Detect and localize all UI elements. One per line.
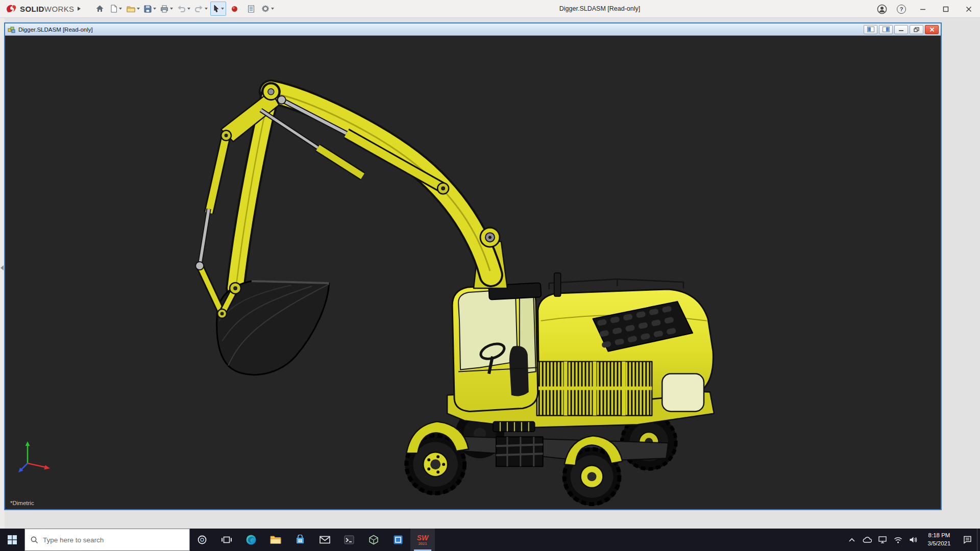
solidworks-taskbar-button[interactable]: SW 2021 [410, 529, 435, 551]
dropdown-caret[interactable] [187, 8, 190, 10]
show-desktop-button[interactable] [977, 529, 980, 551]
wifi-icon[interactable] [890, 529, 905, 551]
excavator [195, 84, 714, 506]
doc-restore-button[interactable] [910, 25, 923, 34]
render-tools-button[interactable] [227, 2, 242, 16]
quick-access-toolbar [92, 2, 276, 16]
dropdown-caret[interactable] [170, 8, 173, 10]
front-grille-strip [493, 421, 535, 432]
solidworks-logo: SOLIDWORKS [0, 4, 85, 14]
file-explorer-icon[interactable] [263, 529, 288, 551]
document-window: Digger.SLDASM [Read-only] [4, 22, 942, 510]
redo-icon [194, 5, 203, 12]
seat [509, 346, 529, 396]
new-document-icon [110, 5, 117, 13]
help-button[interactable]: ? [892, 0, 911, 18]
dropdown-caret[interactable] [119, 8, 122, 10]
dropdown-caret[interactable] [205, 8, 208, 10]
doc-close-button[interactable] [925, 25, 939, 34]
excavator-model [5, 36, 941, 509]
select-button[interactable] [210, 2, 226, 16]
cortana-icon[interactable] [190, 529, 214, 551]
document-window-controls [862, 25, 939, 34]
taskbar-search[interactable] [24, 529, 190, 551]
store-icon[interactable] [288, 529, 312, 551]
pane-left-icon [867, 27, 874, 32]
maximize-button[interactable] [934, 0, 957, 18]
save-button[interactable] [142, 2, 158, 16]
app-window-controls: ? [872, 0, 980, 18]
onedrive-icon[interactable] [860, 529, 875, 551]
orientation-triad-icon [17, 439, 54, 475]
viewport-3d[interactable]: *Dimetric [5, 36, 941, 509]
undo-button[interactable] [176, 2, 192, 16]
logo-text-works: WORKS [44, 5, 75, 13]
doc-pane-left-button[interactable] [864, 25, 877, 34]
search-input[interactable] [43, 536, 184, 544]
app-titlebar: SOLIDWORKS [0, 0, 980, 18]
doc-restore-icon [914, 27, 919, 32]
help-icon: ? [897, 5, 906, 14]
doc-minimize-button[interactable] [894, 25, 908, 34]
doc-minimize-icon [898, 27, 904, 32]
solidworks-icon: SW 2021 [417, 534, 429, 546]
windows-logo-icon [8, 535, 17, 544]
print-icon [160, 5, 168, 13]
close-button[interactable] [957, 0, 980, 18]
account-icon [877, 4, 887, 14]
dropdown-caret[interactable] [271, 8, 274, 10]
dropdown-caret[interactable] [221, 8, 224, 10]
maximize-icon [943, 6, 949, 12]
orientation-label: *Dimetric [10, 500, 34, 506]
rear-window-panel [662, 374, 704, 412]
new-document-button[interactable] [109, 2, 124, 16]
media-app-icon[interactable] [386, 529, 410, 551]
display-icon[interactable] [875, 529, 890, 551]
doc-pane-right-button[interactable] [879, 25, 893, 34]
cab [452, 284, 538, 411]
select-cursor-icon [212, 5, 219, 13]
dropdown-caret[interactable] [137, 8, 140, 10]
open-button[interactable] [125, 2, 141, 16]
red-sphere-icon [231, 6, 238, 12]
notification-center-icon[interactable] [958, 529, 977, 551]
ds-logo-icon [5, 4, 17, 14]
close-icon [966, 6, 972, 12]
print-button[interactable] [159, 2, 175, 16]
home-icon [95, 5, 104, 13]
document-titlebar[interactable]: Digger.SLDASM [Read-only] [5, 23, 941, 36]
task-view-icon[interactable] [214, 529, 239, 551]
app-window-title: Digger.SLDASM [Read-only] [531, 0, 669, 18]
viewer-3d-icon[interactable] [361, 529, 386, 551]
start-button[interactable] [0, 529, 24, 551]
options-button[interactable] [260, 2, 276, 16]
search-icon [31, 536, 38, 544]
tray-expand-icon[interactable] [844, 529, 860, 551]
toolbar-expand-icon[interactable] [77, 6, 81, 11]
minimize-icon [920, 6, 926, 12]
undo-icon [177, 5, 186, 12]
minimize-button[interactable] [911, 0, 934, 18]
gear-icon [261, 5, 270, 13]
mail-icon[interactable] [312, 529, 337, 551]
pane-right-icon [883, 27, 890, 32]
panel-collapse-arrow-icon[interactable] [1, 265, 4, 270]
terminal-icon[interactable] [337, 529, 361, 551]
doc-close-icon [929, 27, 935, 32]
steps [496, 437, 543, 466]
dropdown-caret[interactable] [153, 8, 156, 10]
clock-time: 8:18 PM [928, 532, 950, 540]
redo-button[interactable] [193, 2, 209, 16]
taskbar: SW 2021 8:18 PM 3/5/2021 [0, 529, 980, 551]
document-title: Digger.SLDASM [Read-only] [18, 27, 93, 33]
boom-arm [200, 84, 500, 288]
save-icon [144, 5, 152, 13]
account-button[interactable] [872, 0, 892, 18]
open-folder-icon [127, 5, 135, 13]
design-binder-button[interactable] [243, 2, 259, 16]
volume-icon[interactable] [905, 529, 921, 551]
home-button[interactable] [92, 2, 108, 16]
taskbar-clock[interactable]: 8:18 PM 3/5/2021 [921, 529, 958, 551]
edge-icon[interactable] [239, 529, 263, 551]
design-binder-icon [248, 5, 255, 13]
